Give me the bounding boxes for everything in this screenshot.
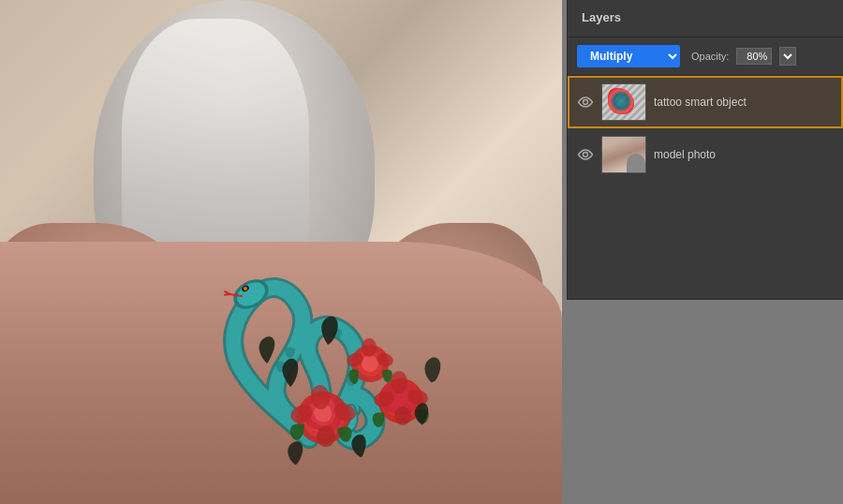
- layers-tab-bar: Layers: [568, 0, 843, 37]
- blend-mode-dropdown[interactable]: Multiply Normal Screen Overlay: [577, 45, 680, 67]
- layer-item-tattoo[interactable]: tattoo smart object: [568, 76, 843, 128]
- layer-item-model[interactable]: model photo: [568, 128, 843, 181]
- visibility-icon-model[interactable]: [577, 148, 594, 161]
- layers-panel: Layers Multiply Normal Screen Overlay Op…: [567, 0, 843, 300]
- photo-background: [0, 0, 562, 504]
- svg-point-17: [394, 407, 411, 425]
- layer-name-model: model photo: [654, 148, 834, 161]
- svg-point-16: [391, 371, 407, 393]
- svg-point-24: [584, 100, 588, 105]
- svg-point-23: [362, 338, 377, 357]
- tattoo-artwork: [140, 176, 478, 476]
- svg-point-25: [584, 153, 588, 157]
- layer-name-tattoo: tattoo smart object: [654, 96, 834, 109]
- opacity-input[interactable]: [736, 48, 772, 65]
- svg-point-10: [317, 426, 335, 447]
- opacity-dropdown-arrow[interactable]: ▼: [779, 47, 796, 66]
- opacity-label: Opacity:: [691, 51, 729, 62]
- visibility-icon-tattoo[interactable]: [577, 96, 594, 109]
- layer-thumbnail-model: [601, 136, 646, 173]
- layer-thumbnail-tattoo: [601, 83, 646, 121]
- svg-point-20: [362, 355, 378, 372]
- layers-tab-label[interactable]: Layers: [582, 10, 621, 26]
- blend-mode-row: Multiply Normal Screen Overlay Opacity: …: [568, 37, 843, 76]
- layers-list: tattoo smart object model photo: [568, 76, 843, 181]
